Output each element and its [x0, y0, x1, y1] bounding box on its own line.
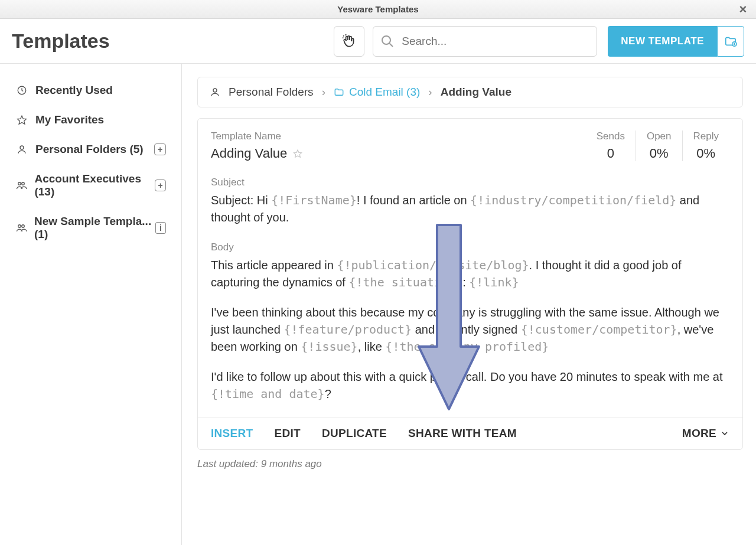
- sidebar-item-favorites[interactable]: My Favorites: [8, 105, 173, 135]
- team-icon: [15, 180, 27, 191]
- user-icon: [210, 87, 220, 97]
- chevron-right-icon: ›: [322, 86, 325, 99]
- sidebar-item-label: New Sample Templa... (1): [34, 215, 155, 241]
- search-icon: [380, 34, 395, 48]
- subject-label: Subject: [211, 177, 729, 188]
- svg-point-8: [18, 182, 21, 185]
- merge-field: {!the company profiled}: [385, 340, 549, 354]
- breadcrumb: Personal Folders › Cold Email (3) › Addi…: [197, 77, 743, 107]
- add-folder-icon[interactable]: +: [155, 180, 166, 191]
- new-folder-button[interactable]: [717, 26, 744, 57]
- merge-field: {!the situation}: [348, 275, 462, 289]
- svg-marker-13: [294, 150, 302, 157]
- sidebar-item-label: Account Executives (13): [34, 172, 155, 198]
- svg-point-7: [20, 146, 24, 149]
- sidebar-item-account-executives[interactable]: Account Executives (13) +: [8, 164, 173, 207]
- window-title: Yesware Templates: [337, 4, 418, 14]
- chevron-right-icon: ›: [428, 86, 432, 99]
- search-input[interactable]: [402, 35, 589, 48]
- search-box[interactable]: [373, 26, 597, 57]
- merge-field: {!time and date}: [211, 387, 325, 401]
- clock-icon: [15, 85, 28, 96]
- merge-field: {!customer/competitor}: [521, 322, 677, 337]
- template-card: Template Name Adding Value Sends0 Open0%…: [197, 118, 743, 450]
- team-icon: [15, 223, 27, 233]
- close-icon[interactable]: ×: [734, 0, 752, 19]
- stat-open-value: 0%: [647, 146, 672, 161]
- favorite-star-icon[interactable]: [293, 149, 302, 158]
- merge-field: {!feature/product}: [284, 322, 412, 337]
- sidebar-item-label: My Favorites: [35, 113, 104, 126]
- svg-point-0: [382, 36, 390, 44]
- sidebar-item-label: Recently Used: [35, 84, 113, 97]
- edit-button[interactable]: EDIT: [274, 427, 300, 440]
- sidebar-item-sample-templates[interactable]: New Sample Templa... (1) i: [8, 207, 173, 249]
- svg-point-10: [18, 225, 21, 228]
- sidebar-item-recently-used[interactable]: Recently Used: [8, 76, 173, 105]
- duplicate-button[interactable]: DUPLICATE: [322, 427, 387, 440]
- stat-reply-label: Reply: [693, 130, 719, 142]
- folder-plus-icon: [724, 35, 737, 48]
- new-template-button[interactable]: NEW TEMPLATE: [608, 26, 717, 57]
- main-panel: Personal Folders › Cold Email (3) › Addi…: [182, 64, 756, 545]
- svg-line-1: [389, 43, 393, 47]
- template-stats: Sends0 Open0% Reply0%: [586, 130, 729, 161]
- breadcrumb-current: Adding Value: [441, 86, 511, 99]
- page-title: Templates: [12, 30, 110, 53]
- wave-tour-button[interactable]: [334, 26, 364, 57]
- stat-sends-label: Sends: [597, 130, 625, 142]
- merge-field: {!issue}: [301, 340, 357, 354]
- svg-marker-6: [18, 116, 27, 124]
- body-content: This article appeared in {!publication/w…: [211, 257, 729, 403]
- breadcrumb-root[interactable]: Personal Folders: [229, 86, 314, 99]
- sidebar-item-label: Personal Folders (5): [35, 143, 144, 156]
- stat-open-label: Open: [647, 130, 672, 142]
- chevron-down-icon: [720, 429, 729, 438]
- more-button[interactable]: MORE: [682, 427, 729, 440]
- subject-content: Subject: Hi {!FirstName}! I found an art…: [211, 192, 729, 226]
- insert-button[interactable]: INSERT: [211, 427, 253, 440]
- body-label: Body: [211, 242, 729, 253]
- svg-point-9: [22, 182, 25, 185]
- window-titlebar: Yesware Templates ×: [0, 0, 756, 19]
- topbar: Templates NEW TEMPLATE: [0, 19, 756, 64]
- merge-field: {!link}: [469, 275, 519, 289]
- merge-field: {!publication/website/blog}: [337, 258, 529, 272]
- svg-point-12: [213, 89, 217, 92]
- add-folder-icon[interactable]: +: [154, 143, 166, 155]
- svg-point-11: [22, 225, 25, 228]
- sidebar-item-personal-folders[interactable]: Personal Folders (5) +: [8, 135, 173, 164]
- stat-reply-value: 0%: [693, 146, 719, 161]
- breadcrumb-folder[interactable]: Cold Email (3): [334, 86, 420, 99]
- wave-icon: [341, 34, 357, 49]
- template-name: Adding Value: [211, 146, 287, 161]
- merge-field: {!FirstName}: [271, 193, 357, 207]
- sidebar: Recently Used My Favorites Personal Fold…: [0, 64, 182, 545]
- template-actions: INSERT EDIT DUPLICATE SHARE WITH TEAM MO…: [198, 417, 742, 449]
- share-with-team-button[interactable]: SHARE WITH TEAM: [408, 427, 517, 440]
- stat-sends-value: 0: [597, 146, 625, 161]
- last-updated: Last updated: 9 months ago: [197, 458, 743, 470]
- template-name-label: Template Name: [211, 130, 586, 142]
- merge-field: {!industry/competition/field}: [470, 193, 676, 207]
- info-icon[interactable]: i: [155, 222, 166, 234]
- user-icon: [15, 144, 28, 155]
- star-icon: [15, 115, 28, 125]
